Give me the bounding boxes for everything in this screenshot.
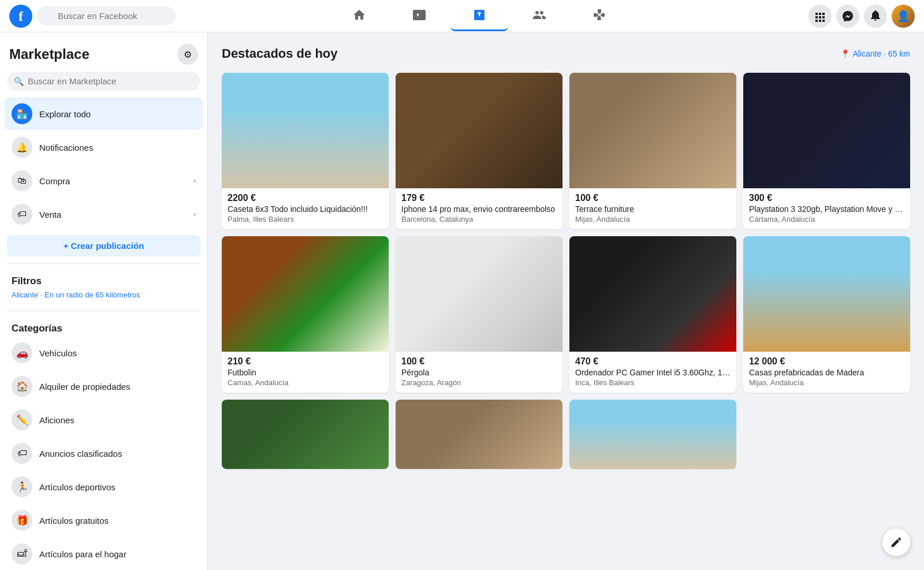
nav-center-icons bbox=[217, 1, 742, 31]
sell-icon: 🏷 bbox=[12, 204, 32, 225]
sidebar-item-explore[interactable]: 🏪 Explorar todo bbox=[5, 98, 203, 130]
product-info: 300 € Playstation 3 320gb, Playstation M… bbox=[743, 188, 910, 229]
product-card[interactable]: 12 000 € Casas prefabricadas de Madera M… bbox=[743, 236, 910, 393]
location-badge[interactable]: 📍 Alicante · 65 km bbox=[840, 49, 910, 58]
location-text: Alicante · 65 km bbox=[852, 49, 910, 58]
product-image-bottom bbox=[396, 400, 562, 469]
product-image-bottom bbox=[569, 400, 736, 469]
vehicles-label: Vehículos bbox=[39, 348, 77, 358]
product-image bbox=[222, 73, 389, 188]
sidebar-settings-btn[interactable]: ⚙ bbox=[177, 44, 198, 65]
free-label: Artículos gratuitos bbox=[39, 516, 109, 526]
product-card[interactable]: 100 € Terrace furniture Mijas, Andalucía bbox=[569, 73, 736, 229]
product-location: Zaragoza, Aragón bbox=[401, 378, 557, 387]
product-card[interactable]: 2200 € Caseta 6x3 Todo incluido Liquidac… bbox=[222, 73, 389, 229]
product-card[interactable]: 210 € Futbolin Camas, Andalucía bbox=[222, 236, 389, 393]
product-price: 300 € bbox=[749, 193, 904, 203]
nav-video-btn[interactable] bbox=[390, 1, 448, 31]
notifications-btn[interactable] bbox=[864, 5, 887, 28]
sell-chevron-icon: › bbox=[193, 210, 196, 218]
product-location: Mijas, Andalucía bbox=[749, 378, 904, 387]
product-location: Inca, Illes Balears bbox=[575, 378, 731, 387]
category-home[interactable]: 🛋 Artículos para el hogar bbox=[5, 538, 203, 570]
sidebar-search-icon: 🔍 bbox=[14, 77, 24, 86]
explore-label: Explorar todo bbox=[39, 109, 196, 119]
product-card-bottom[interactable] bbox=[396, 400, 562, 469]
product-name: Casas prefabricadas de Madera bbox=[749, 368, 904, 377]
filters-section-title: Filtros bbox=[5, 271, 203, 289]
sports-label: Artículos deportivos bbox=[39, 482, 116, 492]
nav-marketplace-btn[interactable] bbox=[450, 1, 508, 31]
classifieds-label: Anuncios clasificados bbox=[39, 449, 122, 459]
product-card[interactable]: 470 € Ordenador PC Gamer Intel i5 3.60Gh… bbox=[569, 236, 736, 393]
category-hobbies[interactable]: ✏️ Aficiones bbox=[5, 404, 203, 436]
product-card[interactable]: 100 € Pérgola Zaragoza, Aragón bbox=[396, 236, 562, 393]
category-sports[interactable]: 🏃 Artículos deportivos bbox=[5, 471, 203, 503]
product-image bbox=[743, 73, 910, 188]
sports-icon: 🏃 bbox=[12, 476, 32, 497]
top-navigation: f 🔍 👤 bbox=[0, 0, 924, 32]
product-info: 210 € Futbolin Camas, Andalucía bbox=[222, 352, 389, 393]
product-name: Pérgola bbox=[401, 368, 557, 377]
product-price: 2200 € bbox=[228, 193, 383, 203]
classifieds-icon: 🏷 bbox=[12, 443, 32, 464]
product-location: Camas, Andalucía bbox=[228, 378, 383, 387]
product-card[interactable]: 300 € Playstation 3 320gb, Playstation M… bbox=[743, 73, 910, 229]
product-name: Terrace furniture bbox=[575, 204, 731, 214]
fb-logo-letter: f bbox=[18, 9, 23, 23]
product-location: Barcelona, Catalunya bbox=[401, 215, 557, 223]
product-card-bottom[interactable] bbox=[569, 400, 736, 469]
product-image bbox=[743, 236, 910, 352]
user-avatar[interactable]: 👤 bbox=[892, 5, 915, 28]
section-title: Destacados de hoy bbox=[222, 46, 338, 61]
product-card-bottom[interactable] bbox=[222, 400, 389, 469]
product-image bbox=[396, 236, 562, 352]
nav-gaming-btn[interactable] bbox=[571, 1, 628, 31]
grid-menu-btn[interactable] bbox=[808, 5, 832, 28]
product-image bbox=[222, 236, 389, 352]
home-label: Artículos para el hogar bbox=[39, 549, 126, 559]
explore-icon: 🏪 bbox=[12, 103, 32, 124]
product-price: 100 € bbox=[575, 193, 731, 203]
main-content: Destacados de hoy 📍 Alicante · 65 km 220… bbox=[208, 32, 924, 570]
product-info: 2200 € Caseta 6x3 Todo incluido Liquidac… bbox=[222, 188, 389, 229]
product-image bbox=[569, 236, 736, 352]
product-image bbox=[396, 73, 562, 188]
categories-section-title: Categorías bbox=[5, 318, 203, 337]
sidebar-item-notifications[interactable]: 🔔 Notificaciones bbox=[5, 131, 203, 163]
create-publication-btn[interactable]: + Crear publicación bbox=[7, 235, 200, 256]
category-vehicles[interactable]: 🚗 Vehículos bbox=[5, 337, 203, 369]
product-price: 210 € bbox=[228, 356, 383, 367]
product-location: Palma, Illes Balears bbox=[228, 215, 383, 223]
category-free[interactable]: 🎁 Artículos gratuitos bbox=[5, 504, 203, 537]
product-grid: 2200 € Caseta 6x3 Todo incluido Liquidac… bbox=[222, 73, 910, 469]
category-rentals[interactable]: 🏠 Alquiler de propiedades bbox=[5, 370, 203, 403]
sidebar-search-wrap: 🔍 bbox=[7, 72, 200, 91]
category-classifieds[interactable]: 🏷 Anuncios clasificados bbox=[5, 437, 203, 470]
vehicles-icon: 🚗 bbox=[12, 342, 32, 363]
hobbies-icon: ✏️ bbox=[12, 409, 32, 430]
main-header: Destacados de hoy 📍 Alicante · 65 km bbox=[222, 46, 910, 61]
avatar-image: 👤 bbox=[892, 5, 915, 28]
nav-search-input[interactable] bbox=[37, 6, 176, 25]
sidebar-divider-1 bbox=[7, 263, 200, 264]
edit-fab-btn[interactable] bbox=[882, 528, 910, 556]
messenger-btn[interactable] bbox=[836, 5, 859, 28]
facebook-logo[interactable]: f bbox=[9, 5, 32, 28]
buy-icon: 🛍 bbox=[12, 170, 32, 191]
product-name: Caseta 6x3 Todo incluido Liquidación!!! bbox=[228, 204, 383, 214]
nav-friends-btn[interactable] bbox=[511, 1, 568, 31]
filter-location-link[interactable]: Alicante · En un radio de 65 kilómetros bbox=[5, 289, 203, 304]
sidebar-item-sell[interactable]: 🏷 Venta › bbox=[5, 198, 203, 230]
sidebar-divider-2 bbox=[7, 311, 200, 311]
hobbies-label: Aficiones bbox=[39, 415, 74, 425]
product-location: Mijas, Andalucía bbox=[575, 215, 731, 223]
sidebar-item-buy[interactable]: 🛍 Compra › bbox=[5, 165, 203, 197]
nav-home-btn[interactable] bbox=[330, 1, 388, 31]
product-image-bottom bbox=[222, 400, 389, 469]
notifications-sidebar-icon: 🔔 bbox=[12, 137, 32, 158]
product-info: 179 € Iphone 14 pro max, envio contraree… bbox=[396, 188, 562, 229]
sidebar-search-input[interactable] bbox=[7, 72, 200, 91]
product-name: Futbolin bbox=[228, 368, 383, 377]
product-card[interactable]: 179 € Iphone 14 pro max, envio contraree… bbox=[396, 73, 562, 229]
